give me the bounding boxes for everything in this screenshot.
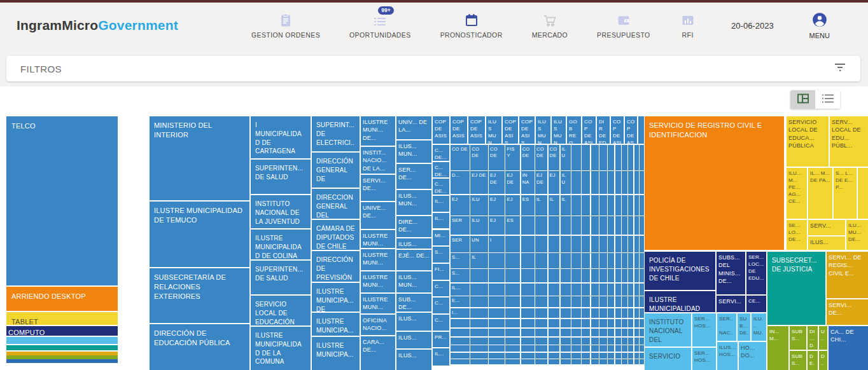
treemap-cell[interactable]: D... (819, 351, 827, 370)
treemap-cell[interactable]: ILUS MUN DE (536, 116, 550, 144)
treemap-cell[interactable] (470, 269, 487, 282)
treemap-cell[interactable] (561, 236, 571, 252)
treemap-cell[interactable]: MI... (433, 230, 449, 246)
treemap-cell[interactable] (582, 253, 590, 268)
treemap-cell[interactable]: ILU (561, 171, 571, 194)
treemap-cell[interactable] (571, 338, 581, 345)
treemap-cell[interactable]: C... DE... (433, 179, 449, 195)
treemap-cell[interactable]: SERVICIO (645, 348, 691, 370)
treemap-cell[interactable] (634, 308, 639, 318)
treemap-cell[interactable] (628, 171, 633, 194)
treemap-cell[interactable] (622, 329, 627, 337)
treemap-cell[interactable]: SER... NAC... (717, 313, 736, 341)
treemap-cell[interactable]: INSTITUTO NACIONAL DE LA JUVENTUD (251, 195, 311, 228)
treemap-cell[interactable] (571, 253, 581, 268)
treemap-cell[interactable] (549, 253, 560, 268)
treemap-cell[interactable]: CO DE (549, 145, 560, 170)
treemap-cell[interactable]: SUBS... (790, 351, 806, 370)
treemap-cell[interactable] (615, 236, 621, 252)
treemap-cell[interactable] (634, 296, 639, 307)
treemap-cell[interactable]: ILUS... MUN... (396, 140, 431, 163)
treemap-cell[interactable] (615, 195, 621, 216)
treemap-cell[interactable] (571, 329, 581, 337)
treemap-cell[interactable] (628, 338, 633, 345)
treemap-cell[interactable] (549, 329, 560, 337)
treemap-cell[interactable]: SER... DE... (396, 164, 431, 189)
treemap-cell[interactable]: ILU... M... PE... AG... CE... (787, 168, 807, 219)
treemap-cell[interactable] (628, 329, 633, 337)
treemap-cell[interactable] (634, 345, 639, 352)
treemap-cell[interactable]: ILUSTRE MUNI... (361, 230, 395, 248)
treemap-cell[interactable] (640, 338, 644, 345)
treemap-cell[interactable] (470, 329, 487, 337)
treemap-cell[interactable] (599, 195, 606, 216)
treemap-cell[interactable] (489, 338, 505, 345)
treemap-cell[interactable] (634, 338, 639, 345)
treemap-cell[interactable] (615, 359, 621, 364)
treemap-cell[interactable]: ILUSTRE MUNICIPALIDAD DE LA COMUNA (251, 327, 311, 370)
treemap-cell[interactable]: ES (505, 216, 520, 235)
treemap-cell[interactable] (571, 216, 581, 235)
treemap-cell[interactable] (622, 236, 627, 252)
treemap-cell[interactable]: ILU... MU... DE... (846, 220, 868, 250)
treemap-cell[interactable] (628, 145, 633, 170)
treemap-cell[interactable] (549, 269, 560, 282)
treemap-cell[interactable]: IN NA (521, 171, 535, 194)
treemap-cell[interactable]: IL (535, 195, 547, 216)
treemap-cell[interactable] (640, 284, 644, 296)
treemap-cell[interactable] (640, 296, 644, 307)
treemap-cell[interactable]: C... (433, 298, 449, 313)
treemap-cell[interactable] (638, 116, 644, 144)
treemap-cell[interactable] (451, 353, 470, 359)
treemap-cell[interactable] (561, 284, 571, 296)
treemap-cell[interactable]: PR... (433, 332, 449, 348)
treemap-cell[interactable] (561, 359, 571, 364)
treemap-cell[interactable]: FIS Y (505, 145, 520, 170)
treemap-cell[interactable]: SUBS... DEL MINIS... DE... (717, 252, 745, 294)
treemap-cell[interactable] (521, 236, 535, 252)
treemap-cell[interactable] (640, 308, 644, 318)
treemap-cell[interactable]: ILUS... MUN... (396, 190, 431, 215)
treemap-cell[interactable]: TABLET (6, 312, 118, 325)
treemap-cell[interactable]: IN... M... (767, 326, 788, 370)
treemap-cell[interactable] (535, 236, 547, 252)
treemap-cell[interactable] (582, 171, 590, 194)
treemap-cell[interactable] (470, 338, 487, 345)
treemap-cell[interactable] (591, 308, 599, 318)
treemap-cell[interactable] (634, 269, 639, 282)
treemap-cell[interactable] (628, 319, 633, 328)
treemap-cell[interactable]: ILU... MU... (752, 313, 766, 341)
treemap-cell[interactable] (628, 284, 633, 296)
treemap-cell[interactable] (521, 284, 535, 296)
treemap-cell[interactable] (615, 329, 621, 337)
treemap-cell[interactable]: EJ DE (470, 171, 487, 194)
treemap-cell[interactable]: SER... LOC... DE EDU... (746, 252, 766, 294)
treemap-cell[interactable]: COP DE ASIS (611, 116, 624, 144)
treemap-cell[interactable]: COP DE ASIS (468, 116, 485, 144)
treemap-cell[interactable] (451, 359, 470, 364)
treemap-cell[interactable] (622, 345, 627, 352)
treemap-cell[interactable]: UN (470, 236, 487, 252)
treemap-cell[interactable]: I MUNICIPALIDAD DE CARTAGENA (251, 116, 311, 158)
treemap-cell[interactable] (608, 319, 614, 328)
treemap-cell[interactable] (628, 345, 633, 352)
treemap-cell[interactable] (608, 345, 614, 352)
treemap-cell[interactable] (470, 353, 487, 359)
treemap-cell[interactable] (571, 359, 581, 364)
treemap-cell[interactable] (489, 359, 505, 364)
treemap-cell[interactable] (634, 253, 639, 268)
treemap-cell[interactable] (608, 338, 614, 345)
treemap-cell[interactable] (622, 171, 627, 194)
treemap-cell[interactable] (489, 284, 505, 296)
treemap-cell[interactable]: DI... DE... (808, 326, 818, 350)
treemap-cell[interactable]: ILUS... (396, 332, 431, 348)
treemap-cell[interactable]: CO DE (451, 145, 470, 170)
treemap-cell[interactable] (634, 236, 639, 252)
treemap-cell[interactable] (571, 353, 581, 359)
treemap-cell[interactable] (470, 296, 487, 307)
treemap-cell[interactable] (521, 353, 535, 359)
treemap-cell[interactable] (640, 236, 644, 252)
treemap-cell[interactable]: D... (451, 171, 470, 194)
treemap-cell[interactable] (549, 359, 560, 364)
treemap-cell[interactable] (608, 329, 614, 337)
